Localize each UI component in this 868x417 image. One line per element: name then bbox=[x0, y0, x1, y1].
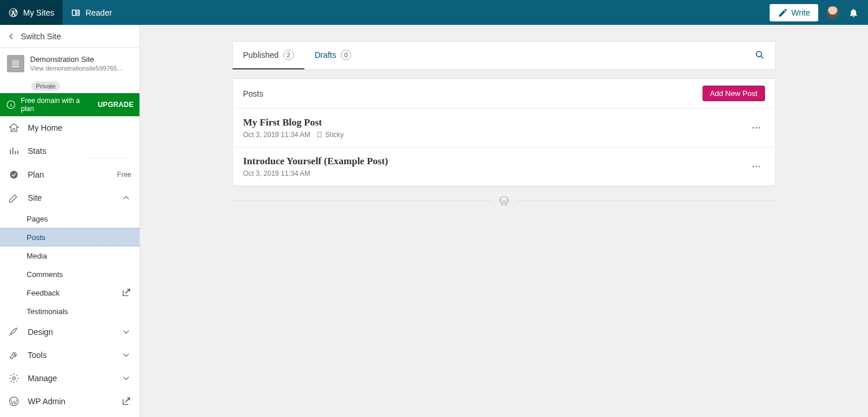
nav-manage-label: Manage bbox=[28, 374, 113, 383]
bell-icon bbox=[848, 8, 859, 18]
more-options-button[interactable] bbox=[748, 158, 765, 175]
more-options-button[interactable] bbox=[748, 119, 765, 136]
site-thumb-icon bbox=[7, 55, 24, 72]
svg-point-6 bbox=[756, 127, 757, 129]
subnav-testimonials[interactable]: Testimonials bbox=[0, 302, 139, 320]
chevron-down-icon bbox=[121, 373, 131, 383]
nav-reader-label: Reader bbox=[86, 8, 112, 17]
external-link-icon bbox=[121, 396, 131, 407]
switch-site-label: Switch Site bbox=[21, 32, 61, 41]
tab-drafts[interactable]: Drafts 0 bbox=[304, 42, 362, 69]
gear-icon bbox=[8, 372, 20, 384]
privacy-badge: Private bbox=[31, 82, 60, 91]
footer-logo bbox=[232, 195, 776, 206]
nav-site-label: Site bbox=[28, 193, 113, 202]
nav-wp-admin-label: WP Admin bbox=[28, 397, 113, 406]
wrench-icon bbox=[8, 349, 20, 361]
post-title: Introduce Yourself (Example Post) bbox=[243, 156, 388, 167]
search-button[interactable] bbox=[744, 50, 775, 62]
plan-level: Free bbox=[117, 171, 131, 179]
masterbar: My Sites Reader Write bbox=[0, 0, 868, 25]
svg-point-10 bbox=[759, 166, 760, 168]
sticky-badge: Sticky bbox=[316, 131, 344, 139]
write-button-label: Write bbox=[792, 8, 810, 17]
svg-point-7 bbox=[759, 127, 760, 129]
search-icon bbox=[755, 50, 765, 60]
nav-design-label: Design bbox=[28, 327, 113, 337]
site-subnav: Pages Posts Media Comments Feedback Test… bbox=[0, 209, 139, 320]
plan-icon bbox=[8, 169, 20, 180]
svg-point-4 bbox=[756, 51, 762, 57]
stats-icon bbox=[8, 145, 20, 157]
nav-tools-label: Tools bbox=[28, 350, 113, 360]
chevron-up-icon bbox=[121, 193, 131, 203]
switch-site-button[interactable]: Switch Site bbox=[0, 25, 139, 48]
post-row[interactable]: Introduce Yourself (Example Post)Oct 3, … bbox=[233, 147, 775, 186]
chevron-left-icon bbox=[6, 31, 16, 42]
notifications-button[interactable] bbox=[847, 6, 860, 19]
svg-point-8 bbox=[752, 166, 754, 168]
svg-point-1 bbox=[10, 171, 17, 178]
svg-point-2 bbox=[13, 377, 16, 380]
add-new-post-button[interactable]: Add New Post bbox=[703, 86, 765, 101]
nav-my-home[interactable]: My Home bbox=[0, 116, 139, 139]
write-button[interactable]: Write bbox=[770, 4, 818, 21]
wordpress-icon bbox=[8, 396, 20, 407]
post-date: Oct 3, 2019 11:34 AM bbox=[243, 169, 310, 178]
subnav-comments[interactable]: Comments bbox=[0, 265, 139, 283]
upsell-cta: UPGRADE bbox=[98, 101, 134, 109]
subnav-pages[interactable]: Pages bbox=[0, 209, 139, 228]
nav-tools[interactable]: Tools bbox=[0, 344, 139, 367]
nav-wp-admin[interactable]: WP Admin bbox=[0, 390, 139, 413]
nav-stats-label: Stats bbox=[28, 146, 131, 156]
nav-my-sites[interactable]: My Sites bbox=[0, 0, 62, 25]
wordpress-icon bbox=[8, 8, 19, 18]
tab-drafts-count: 0 bbox=[341, 50, 351, 60]
upsell-banner[interactable]: Free domain with a plan UPGRADE bbox=[0, 93, 139, 116]
upsell-text: Free domain with a plan bbox=[21, 97, 93, 113]
tab-published-count: 2 bbox=[284, 50, 294, 60]
reader-icon bbox=[71, 8, 81, 18]
site-url: View demonstrationsite599765121.x bbox=[30, 65, 126, 72]
post-date: Oct 3, 2019 11:34 AM bbox=[243, 131, 310, 139]
svg-point-9 bbox=[756, 166, 757, 168]
tab-drafts-label: Drafts bbox=[315, 50, 336, 60]
tabs-card: Published 2 Drafts 0 bbox=[232, 41, 776, 70]
posts-heading: Posts bbox=[243, 89, 263, 98]
nav-reader[interactable]: Reader bbox=[62, 0, 120, 25]
subnav-feedback[interactable]: Feedback bbox=[0, 283, 139, 302]
chevron-down-icon bbox=[121, 327, 131, 337]
nav-my-home-label: My Home bbox=[28, 123, 131, 132]
subnav-media[interactable]: Media bbox=[0, 246, 139, 265]
nav-design[interactable]: Design bbox=[0, 320, 139, 344]
posts-card: Posts Add New Post My First Blog PostOct… bbox=[232, 78, 776, 186]
nav-site[interactable]: Site bbox=[0, 186, 139, 209]
divider bbox=[89, 158, 130, 158]
nav-my-sites-label: My Sites bbox=[23, 8, 54, 17]
site-card[interactable]: Demonstration Site View demonstrationsit… bbox=[0, 48, 139, 78]
nav-plan[interactable]: Plan Free bbox=[0, 163, 139, 186]
sidebar: Switch Site Demonstration Site View demo… bbox=[0, 25, 140, 417]
avatar[interactable] bbox=[826, 6, 839, 19]
post-row[interactable]: My First Blog PostOct 3, 2019 11:34 AMSt… bbox=[233, 109, 775, 147]
main-content: Published 2 Drafts 0 Posts Add New Post bbox=[140, 25, 868, 417]
svg-point-5 bbox=[752, 127, 754, 129]
site-title: Demonstration Site bbox=[30, 55, 126, 64]
post-title: My First Blog Post bbox=[243, 117, 344, 128]
external-link-icon bbox=[121, 287, 131, 298]
pencil-icon bbox=[8, 192, 20, 204]
wordpress-icon bbox=[499, 195, 509, 206]
home-icon bbox=[8, 122, 20, 134]
brush-icon bbox=[8, 326, 20, 338]
nav-stats[interactable]: Stats bbox=[0, 139, 139, 163]
nav-plan-label: Plan bbox=[28, 170, 109, 179]
subnav-posts[interactable]: Posts bbox=[0, 228, 139, 246]
tab-published-label: Published bbox=[243, 50, 279, 60]
nav-manage[interactable]: Manage bbox=[0, 367, 139, 390]
compose-icon bbox=[778, 8, 788, 18]
tab-published[interactable]: Published 2 bbox=[233, 42, 304, 69]
info-icon bbox=[6, 99, 16, 110]
chevron-down-icon bbox=[121, 350, 131, 360]
